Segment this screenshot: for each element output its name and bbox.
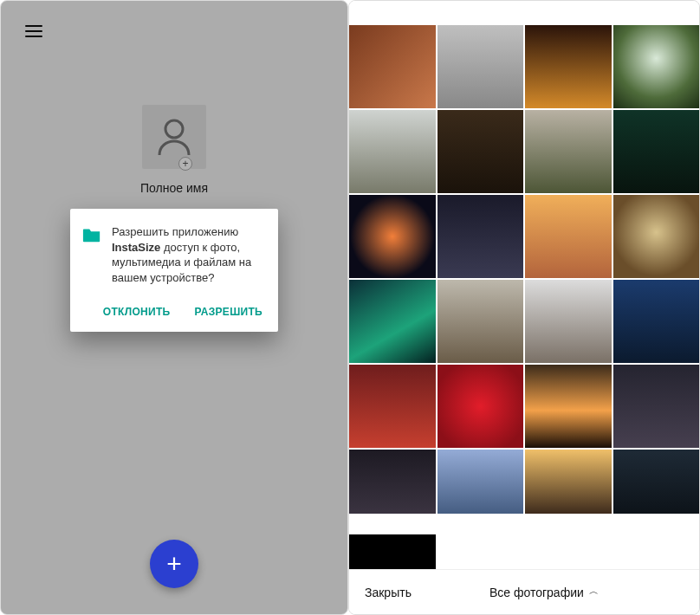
photo-thumb[interactable]	[525, 450, 612, 514]
photo-thumb[interactable]	[438, 280, 524, 363]
folder-icon	[82, 226, 101, 243]
photo-thumb[interactable]	[349, 110, 436, 193]
allow-button[interactable]: РАЗРЕШИТЬ	[191, 301, 266, 323]
photo-thumb[interactable]	[438, 195, 524, 278]
chevron-up-icon: ︿	[589, 585, 599, 598]
photo-thumb[interactable]	[349, 195, 436, 278]
photo-thumb[interactable]	[349, 25, 436, 108]
photo-thumb[interactable]	[525, 110, 612, 193]
dialog-message: Разрешить приложению InstaSize доступ к …	[112, 224, 266, 285]
photo-thumb[interactable]	[613, 280, 700, 363]
photo-thumb[interactable]	[438, 365, 524, 448]
album-label: Все фотографии	[489, 586, 584, 599]
gallery-picker-screen: Закрыть Все фотографии ︿	[348, 0, 700, 615]
photo-thumb[interactable]	[349, 280, 436, 363]
deny-button[interactable]: ОТКЛОНИТЬ	[100, 301, 174, 323]
photo-thumb[interactable]	[349, 365, 436, 448]
photo-thumb[interactable]	[525, 195, 612, 278]
photo-thumb[interactable]	[438, 450, 524, 514]
photo-thumb[interactable]	[438, 25, 524, 108]
photo-thumb[interactable]	[525, 25, 612, 108]
album-picker[interactable]: Все фотографии ︿	[489, 586, 599, 599]
photo-thumb[interactable]	[613, 450, 700, 514]
close-button[interactable]: Закрыть	[365, 586, 412, 599]
app-profile-screen: + Полное имя Пробная Версия На 7 Дней Ра…	[0, 0, 348, 615]
photo-thumb[interactable]	[613, 25, 700, 108]
photo-thumb[interactable]	[525, 280, 612, 363]
photo-thumb[interactable]	[613, 195, 700, 278]
photo-thumb[interactable]	[613, 365, 700, 448]
photo-thumb[interactable]	[525, 365, 612, 448]
fab-add-button[interactable]: +	[150, 540, 198, 588]
permission-dialog: Разрешить приложению InstaSize доступ к …	[70, 209, 278, 332]
photo-grid	[349, 1, 699, 533]
photo-thumb[interactable]	[613, 110, 700, 193]
photo-thumb[interactable]	[349, 450, 436, 514]
dialog-text-before: Разрешить приложению	[112, 225, 238, 238]
dialog-app-name: InstaSize	[112, 241, 160, 254]
gallery-bottom-bar: Закрыть Все фотографии ︿	[349, 569, 699, 614]
photo-thumb[interactable]	[438, 110, 524, 193]
